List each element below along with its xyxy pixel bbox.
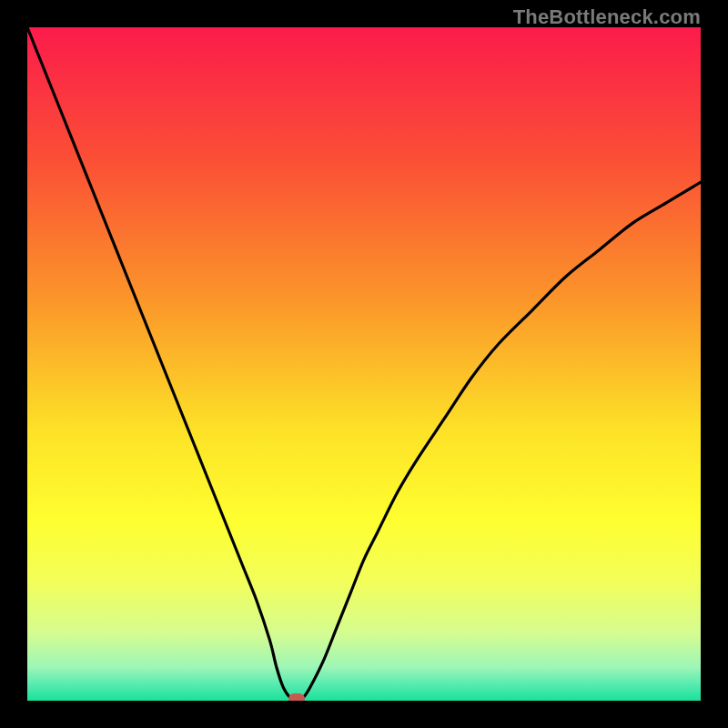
- plot-area: [27, 27, 701, 701]
- optimal-marker: [288, 693, 305, 701]
- watermark-text: TheBottleneck.com: [513, 5, 701, 29]
- chart-frame: TheBottleneck.com: [0, 0, 728, 728]
- curve-layer: [27, 27, 701, 701]
- bottleneck-curve: [27, 27, 701, 701]
